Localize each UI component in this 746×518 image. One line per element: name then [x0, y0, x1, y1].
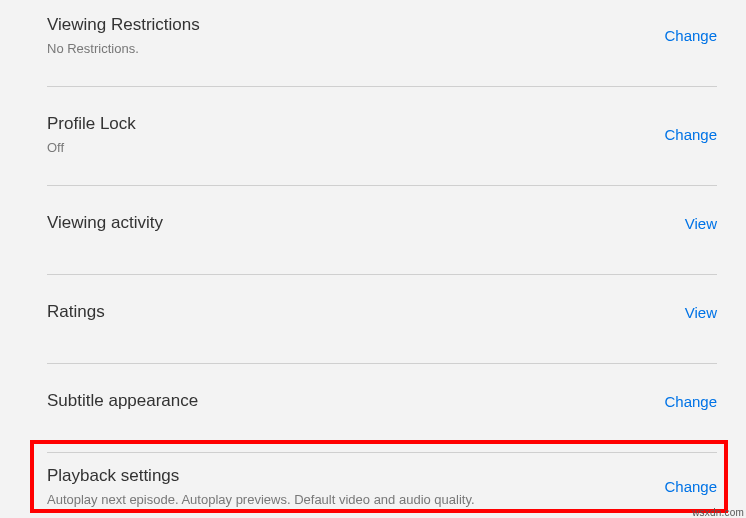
row-title: Viewing Restrictions: [47, 15, 200, 35]
row-viewing-restrictions: Viewing Restrictions No Restrictions. Ch…: [47, 0, 717, 87]
row-title: Playback settings: [47, 466, 475, 486]
row-left: Subtitle appearance: [47, 391, 198, 411]
row-left: Viewing Restrictions No Restrictions.: [47, 15, 200, 56]
row-left: Playback settings Autoplay next episode.…: [47, 466, 475, 507]
row-title: Ratings: [47, 302, 105, 322]
watermark-text: wsxdn.com: [692, 507, 744, 518]
row-subtitle-appearance: Subtitle appearance Change: [47, 364, 717, 453]
row-subtitle: No Restrictions.: [47, 41, 200, 56]
row-ratings: Ratings View: [47, 275, 717, 364]
row-title: Profile Lock: [47, 114, 136, 134]
row-title: Viewing activity: [47, 213, 163, 233]
change-link[interactable]: Change: [664, 393, 717, 410]
settings-panel: Viewing Restrictions No Restrictions. Ch…: [0, 0, 746, 507]
row-subtitle: Autoplay next episode. Autoplay previews…: [47, 492, 475, 507]
row-playback-settings: Playback settings Autoplay next episode.…: [47, 453, 717, 507]
row-left: Viewing activity: [47, 213, 163, 233]
row-left: Ratings: [47, 302, 105, 322]
change-link[interactable]: Change: [664, 27, 717, 44]
change-link[interactable]: Change: [664, 126, 717, 143]
row-title: Subtitle appearance: [47, 391, 198, 411]
row-subtitle: Off: [47, 140, 136, 155]
row-profile-lock: Profile Lock Off Change: [47, 87, 717, 186]
change-link[interactable]: Change: [664, 478, 717, 495]
view-link[interactable]: View: [685, 304, 717, 321]
view-link[interactable]: View: [685, 215, 717, 232]
row-viewing-activity: Viewing activity View: [47, 186, 717, 275]
row-left: Profile Lock Off: [47, 114, 136, 155]
